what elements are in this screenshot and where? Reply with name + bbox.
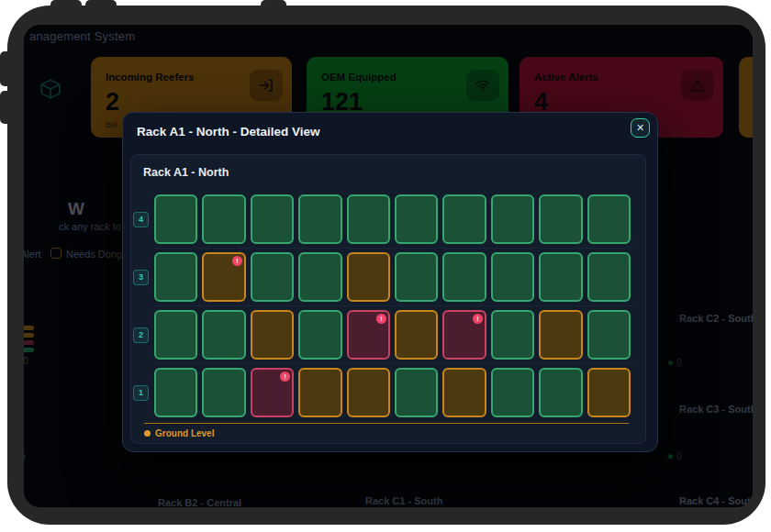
rack-slot-warn[interactable] — [539, 310, 582, 360]
alert-badge-icon: ! — [473, 314, 483, 324]
alert-badge-icon: ! — [232, 256, 242, 266]
ground-level-marker: Ground Level — [144, 423, 629, 438]
rack-slot-warn[interactable] — [442, 368, 486, 417]
rack-slot-warn[interactable] — [347, 368, 390, 417]
rack-slot-ok[interactable] — [491, 368, 534, 417]
rack-slot-alert[interactable]: ! — [442, 310, 486, 360]
rack-slot-ok[interactable] — [539, 252, 582, 302]
rack-slot-ok[interactable] — [539, 194, 582, 244]
rack-slot-warn[interactable] — [298, 368, 341, 417]
rack-slot-ok[interactable] — [587, 194, 631, 244]
rack-slot-ok[interactable] — [154, 310, 197, 360]
rack-slot-alert[interactable]: ! — [251, 368, 294, 417]
rack-slot-ok[interactable] — [395, 368, 438, 417]
rack-slot-ok[interactable] — [298, 310, 341, 360]
alert-badge-icon: ! — [280, 371, 290, 382]
level-label: 4 — [133, 212, 149, 227]
rack-slot-warn[interactable] — [587, 368, 631, 417]
rack-slot-ok[interactable] — [539, 368, 582, 417]
modal-title: Rack A1 - North - Detailed View — [137, 125, 320, 139]
rack-slot-ok[interactable] — [154, 252, 197, 302]
rack-row: 2!! — [133, 310, 631, 360]
rack-slot-warn[interactable] — [251, 310, 294, 360]
rack-row: 3! — [133, 252, 631, 302]
rack-slot-warn[interactable] — [395, 310, 438, 360]
rack-slot-ok[interactable] — [587, 310, 631, 360]
rack-slot-warn[interactable] — [347, 252, 390, 302]
rack-slot-ok[interactable] — [442, 194, 486, 244]
rack-slot-ok[interactable] — [154, 368, 197, 417]
rack-slot-ok[interactable] — [298, 194, 341, 244]
rack-panel-title: Rack A1 - North — [143, 166, 229, 179]
level-label: 1 — [133, 385, 149, 401]
rack-slot-warn[interactable]: ! — [202, 252, 245, 302]
rack-slot-ok[interactable] — [491, 252, 534, 302]
ground-level-label: Ground Level — [155, 428, 214, 438]
rack-slot-ok[interactable] — [491, 194, 534, 244]
level-label: 2 — [133, 327, 149, 343]
rack-slot-ok[interactable] — [442, 252, 486, 302]
device-mockup: anagement System Incoming Reefers 2 Bei … — [0, 0, 771, 532]
rack-panel: Rack A1 - North 43!2!!1! Ground Level — [130, 154, 646, 444]
ground-dot-icon — [144, 430, 151, 437]
alert-badge-icon: ! — [376, 314, 386, 324]
rack-slot-ok[interactable] — [202, 310, 245, 360]
rack-detail-modal: Rack A1 - North - Detailed View ✕ Rack A… — [122, 112, 658, 452]
screen: anagement System Incoming Reefers 2 Bei … — [24, 25, 753, 507]
close-icon: ✕ — [636, 122, 644, 133]
rack-slot-ok[interactable] — [587, 252, 631, 302]
rack-slot-ok[interactable] — [347, 194, 390, 244]
rack-slot-ok[interactable] — [491, 310, 534, 360]
rack-slot-alert[interactable]: ! — [347, 310, 390, 360]
rack-row: 4 — [133, 194, 631, 244]
rack-slot-ok[interactable] — [395, 252, 438, 302]
rack-slot-ok[interactable] — [202, 194, 245, 244]
close-button[interactable]: ✕ — [631, 118, 650, 138]
rack-slot-ok[interactable] — [154, 194, 197, 244]
level-label: 3 — [133, 270, 149, 285]
rack-slot-ok[interactable] — [251, 252, 294, 302]
rack-grid: 43!2!!1! — [133, 194, 631, 426]
rack-slot-ok[interactable] — [251, 194, 294, 244]
rack-row: 1! — [133, 368, 631, 417]
rack-slot-ok[interactable] — [202, 368, 245, 417]
rack-slot-ok[interactable] — [395, 194, 438, 244]
rack-slot-ok[interactable] — [298, 252, 341, 302]
